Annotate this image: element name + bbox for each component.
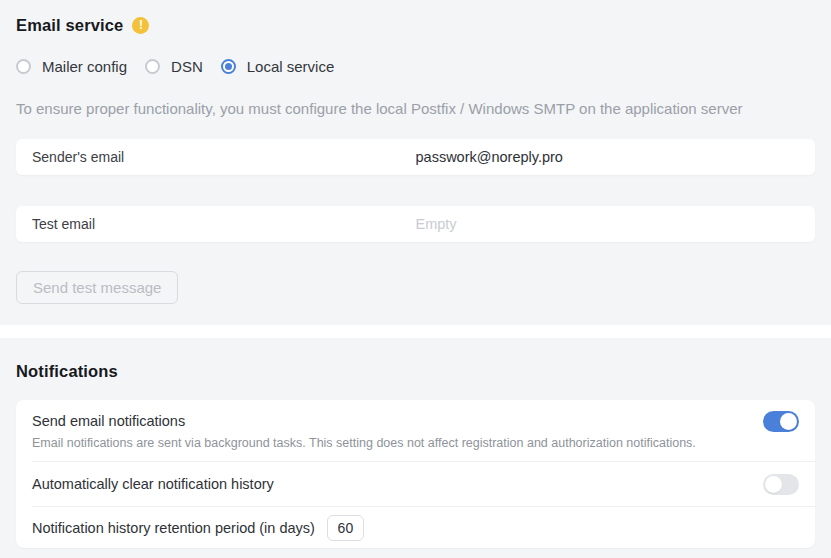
email-service-heading-row: Email service ! xyxy=(16,16,815,35)
test-email-row: Test email xyxy=(16,206,815,242)
sender-email-input[interactable] xyxy=(416,149,816,165)
local-service-radio-circle[interactable] xyxy=(221,59,236,74)
send-email-notifications-description: Email notifications are sent via backgro… xyxy=(32,436,759,450)
section-divider-band xyxy=(0,325,831,338)
send-email-notifications-toggle[interactable] xyxy=(763,411,799,432)
radio-mailer-config[interactable]: Mailer config xyxy=(16,58,127,75)
radio-local-service[interactable]: Local service xyxy=(221,58,335,75)
send-test-message-button[interactable]: Send test message xyxy=(16,271,178,304)
send-email-notifications-row: Send email notifications Email notificat… xyxy=(16,400,815,461)
toggle-knob xyxy=(765,476,782,493)
email-service-section: Email service ! Mailer config DSN Local … xyxy=(0,0,831,325)
dsn-radio-label: DSN xyxy=(171,58,203,75)
email-mode-radio-group: Mailer config DSN Local service xyxy=(16,58,815,75)
warning-icon: ! xyxy=(132,17,149,34)
radio-dsn[interactable]: DSN xyxy=(145,58,203,75)
mailer-config-radio-circle[interactable] xyxy=(16,59,31,74)
auto-clear-history-label: Automatically clear notification history xyxy=(32,476,274,492)
notifications-card: Send email notifications Email notificat… xyxy=(16,400,815,548)
auto-clear-history-row: Automatically clear notification history xyxy=(16,462,815,506)
sender-email-label: Sender's email xyxy=(16,149,416,165)
mailer-config-radio-label: Mailer config xyxy=(42,58,127,75)
sender-email-row: Sender's email xyxy=(16,139,815,175)
retention-period-label: Notification history retention period (i… xyxy=(32,520,315,536)
retention-period-row: Notification history retention period (i… xyxy=(16,507,815,548)
test-email-label: Test email xyxy=(16,216,416,232)
dsn-radio-circle[interactable] xyxy=(145,59,160,74)
toggle-knob xyxy=(780,413,797,430)
send-email-notifications-label: Send email notifications xyxy=(32,413,759,429)
email-service-title: Email service xyxy=(16,16,123,35)
test-email-input[interactable] xyxy=(416,216,816,232)
notifications-title: Notifications xyxy=(16,362,815,381)
retention-days-input[interactable] xyxy=(327,515,364,541)
local-service-radio-label: Local service xyxy=(247,58,335,75)
email-service-description: To ensure proper functionality, you must… xyxy=(16,100,815,117)
auto-clear-history-toggle[interactable] xyxy=(763,474,799,495)
notifications-section: Notifications Send email notifications E… xyxy=(0,338,831,548)
